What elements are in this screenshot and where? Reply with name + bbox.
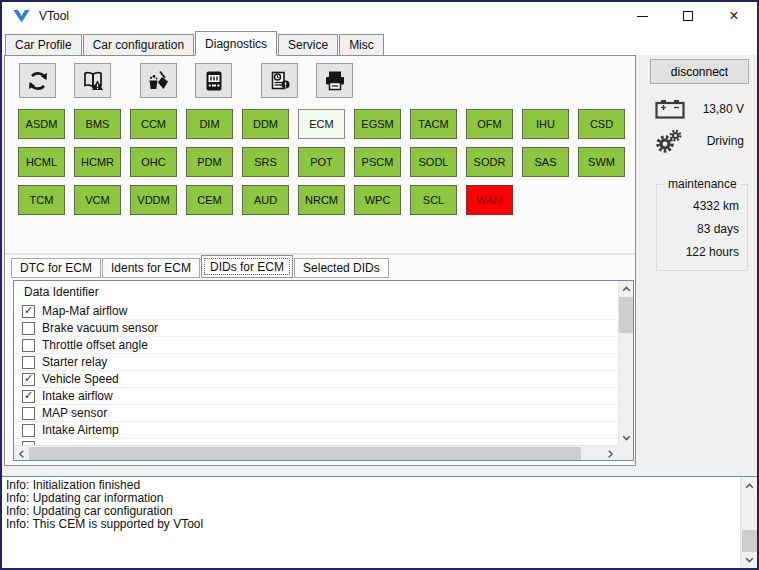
did-checkbox[interactable]: [22, 356, 35, 369]
log-line-text: Info: Initialization finished: [6, 478, 140, 492]
module-label: NRCM: [305, 194, 338, 206]
did-row[interactable]: Intake Airtemp: [14, 422, 618, 439]
module-button[interactable]: SODL: [410, 147, 457, 177]
did-row[interactable]: Starter relay: [14, 354, 618, 371]
refresh-button[interactable]: [19, 63, 56, 98]
main-tab[interactable]: Car Profile: [5, 34, 82, 55]
module-button[interactable]: ASDM: [18, 109, 65, 139]
module-button[interactable]: OHC: [130, 147, 177, 177]
horizontal-scroll-thumb[interactable]: [29, 447, 581, 460]
log-vertical-scrollbar[interactable]: [740, 477, 757, 568]
did-checkbox[interactable]: [22, 424, 35, 437]
maximize-button[interactable]: [665, 2, 711, 30]
module-button[interactable]: AUD: [242, 185, 289, 215]
module-button[interactable]: PSCM: [354, 147, 401, 177]
print-button[interactable]: [316, 63, 353, 98]
clear-dtc-button[interactable]: [140, 63, 177, 98]
module-button[interactable]: OFM: [466, 109, 513, 139]
read-dtc-button[interactable]: [74, 63, 111, 98]
vertical-scroll-thumb[interactable]: [619, 297, 634, 333]
disconnect-button[interactable]: disconnect: [650, 59, 749, 84]
did-checkbox[interactable]: [22, 322, 35, 335]
module-button[interactable]: SAS: [522, 147, 569, 177]
module-button[interactable]: DDM: [242, 109, 289, 139]
log-line-text: Info: Updating car information: [6, 491, 163, 505]
module-label: WAM: [476, 194, 502, 206]
close-icon: ×: [729, 8, 738, 24]
sub-tab[interactable]: DIDs for ECM: [201, 255, 293, 278]
module-label: CEM: [197, 194, 221, 206]
module-button[interactable]: CCM: [130, 109, 177, 139]
module-label: OFM: [477, 118, 501, 130]
scrollbar-corner: [618, 445, 633, 460]
module-button[interactable]: SWM: [578, 147, 625, 177]
scroll-down-button[interactable]: [619, 430, 634, 445]
module-button[interactable]: DIM: [186, 109, 233, 139]
module-label: VCM: [85, 194, 109, 206]
main-tab[interactable]: Service: [278, 34, 338, 55]
module-button[interactable]: ECM: [298, 109, 345, 139]
module-label: SODL: [419, 156, 449, 168]
module-button[interactable]: WAM: [466, 185, 513, 215]
did-row[interactable]: Map-Maf airflow: [14, 303, 618, 320]
report-button[interactable]: [261, 63, 298, 98]
module-button[interactable]: SCL: [410, 185, 457, 215]
module-button[interactable]: HCML: [18, 147, 65, 177]
module-button[interactable]: SODR: [466, 147, 513, 177]
did-horizontal-scrollbar[interactable]: [14, 445, 618, 460]
maintenance-value-text: 4332 km: [693, 199, 739, 213]
did-row[interactable]: MAP sensor: [14, 405, 618, 422]
did-vertical-scrollbar[interactable]: [618, 281, 633, 445]
module-button[interactable]: POT: [298, 147, 345, 177]
scroll-up-button[interactable]: [619, 281, 634, 296]
module-label: CCM: [141, 118, 166, 130]
module-button[interactable]: CSD: [578, 109, 625, 139]
module-button[interactable]: VDDM: [130, 185, 177, 215]
right-panel: disconnect 13,80 V: [636, 55, 757, 476]
module-button[interactable]: BMS: [74, 109, 121, 139]
module-button[interactable]: TCM: [18, 185, 65, 215]
module-button[interactable]: EGSM: [354, 109, 401, 139]
module-button[interactable]: CEM: [186, 185, 233, 215]
module-button[interactable]: VCM: [74, 185, 121, 215]
sub-tab[interactable]: Selected DIDs: [294, 258, 389, 278]
module-button[interactable]: TACM: [410, 109, 457, 139]
module-label: BMS: [86, 118, 110, 130]
did-checkbox[interactable]: [22, 339, 35, 352]
main-tab[interactable]: Diagnostics: [195, 31, 277, 56]
module-button[interactable]: SRS: [242, 147, 289, 177]
sub-tab[interactable]: Idents for ECM: [102, 258, 200, 278]
log-scroll-thumb[interactable]: [742, 530, 757, 552]
log-scroll-up-button[interactable]: [742, 478, 757, 493]
main-tab[interactable]: Misc: [339, 34, 384, 55]
did-row[interactable]: Throttle offset angle: [14, 337, 618, 354]
minimize-icon: [637, 16, 648, 17]
module-button[interactable]: PDM: [186, 147, 233, 177]
did-checkbox[interactable]: [22, 390, 35, 403]
battery-voltage-row: 13,80 V: [655, 99, 744, 119]
module-label: ECM: [309, 118, 333, 130]
main-tab-label: Diagnostics: [205, 37, 267, 51]
module-button[interactable]: NRCM: [298, 185, 345, 215]
module-button[interactable]: HCMR: [74, 147, 121, 177]
module-button[interactable]: IHU: [522, 109, 569, 139]
did-checkbox[interactable]: [22, 407, 35, 420]
sub-tab[interactable]: DTC for ECM: [11, 258, 101, 278]
did-list-viewport: Data Identifier Map-Maf airflow Brake va…: [14, 281, 618, 445]
close-button[interactable]: ×: [711, 2, 757, 30]
log-scroll-down-button[interactable]: [742, 552, 757, 567]
maintenance-title: maintenance: [664, 177, 741, 191]
minimize-button[interactable]: [619, 2, 665, 30]
ecm-display-button[interactable]: [195, 63, 232, 98]
window-controls: ×: [619, 2, 757, 30]
module-label: SAS: [534, 156, 556, 168]
did-row[interactable]: Intake airflow: [14, 388, 618, 405]
scroll-right-button[interactable]: [603, 446, 618, 461]
did-row[interactable]: Brake vacuum sensor: [14, 320, 618, 337]
main-tab[interactable]: Car configuration: [83, 34, 194, 55]
did-checkbox[interactable]: [22, 373, 35, 386]
scroll-left-button[interactable]: [14, 446, 29, 461]
did-checkbox[interactable]: [22, 305, 35, 318]
did-row[interactable]: Vehicle Speed: [14, 371, 618, 388]
module-button[interactable]: WPC: [354, 185, 401, 215]
